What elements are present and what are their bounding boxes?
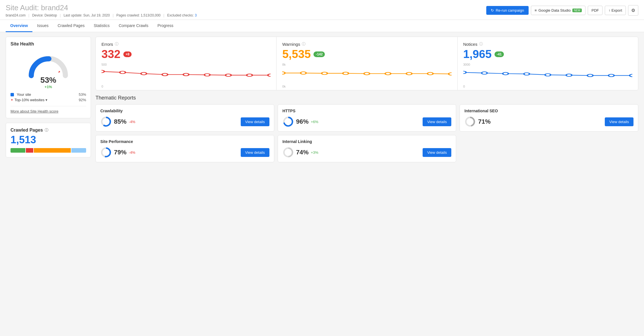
svg-point-5 xyxy=(183,73,189,76)
excluded-num-link[interactable]: 3 xyxy=(195,13,197,17)
svg-point-3 xyxy=(141,72,147,75)
gds-icon: ≡ xyxy=(535,8,537,13)
intl-seo-donut xyxy=(464,116,476,127)
warnings-label: Warnings ⓘ xyxy=(282,42,451,47)
crawled-pages-title: Crawled Pages ⓘ xyxy=(11,128,86,133)
legend-top10-label: Top-10% websites xyxy=(14,98,45,102)
new-badge: NEW xyxy=(572,9,582,12)
warnings-value: 5,535 -142 xyxy=(282,48,451,61)
crawled-count: 1,513 xyxy=(11,134,86,146)
svg-point-23 xyxy=(545,74,550,76)
pages-crawled-label: Pages crawled: 1,513/20,000 xyxy=(117,13,161,17)
warnings-chart: 8k 0k xyxy=(282,63,451,86)
bar-green xyxy=(11,148,25,153)
warnings-info-icon[interactable]: ⓘ xyxy=(302,42,306,47)
right-panel: Errors ⓘ 332 +8 500 xyxy=(95,37,638,162)
svg-point-17 xyxy=(427,72,433,75)
site-performance-donut xyxy=(100,147,112,158)
rerun-label: Re-run campaign xyxy=(496,8,524,13)
page-title: Site Audit: brand24 xyxy=(6,3,197,12)
svg-point-27 xyxy=(630,74,632,77)
svg-point-11 xyxy=(301,72,306,74)
errors-label: Errors ⓘ xyxy=(101,42,271,47)
warnings-badge: -142 xyxy=(313,51,325,57)
notices-label: Notices ⓘ xyxy=(463,42,632,47)
export-button[interactable]: ↑ Export xyxy=(605,6,626,15)
internal-linking-view-button[interactable]: View details xyxy=(423,148,451,157)
svg-point-2 xyxy=(120,71,125,74)
chevron-down-icon[interactable]: ▾ xyxy=(45,98,47,102)
notices-info-icon[interactable]: ⓘ xyxy=(479,42,483,47)
crawled-info-icon[interactable]: ⓘ xyxy=(45,128,48,133)
svg-point-6 xyxy=(204,74,210,76)
internal-linking-donut xyxy=(282,147,294,158)
legend-top10: ▼ Top-10% websites ▾ 92% xyxy=(11,98,86,102)
device-label: Device: Desktop xyxy=(32,13,57,17)
reports-grid: Crawlability 85% -4% xyxy=(95,104,638,162)
svg-point-14 xyxy=(364,72,370,75)
svg-point-25 xyxy=(587,74,593,77)
pdf-button[interactable]: PDF xyxy=(588,6,603,15)
tab-issues[interactable]: Issues xyxy=(32,20,53,32)
rerun-button[interactable]: ↻ Re-run campaign xyxy=(486,6,529,15)
crawled-pages-card: Crawled Pages ⓘ 1,513 xyxy=(6,123,91,157)
report-internal-linking: Internal Linking 74% +3% xyxy=(278,135,456,162)
notices-sparkline xyxy=(463,67,632,84)
errors-info-icon[interactable]: ⓘ xyxy=(115,42,119,47)
report-site-performance: Site Performance 79% -4% xyxy=(95,135,274,162)
https-view-button[interactable]: View details xyxy=(423,117,451,126)
crawlability-view-button[interactable]: View details xyxy=(241,117,269,126)
gauge-center: 53% +1% xyxy=(40,76,56,89)
legend-your-site-label: Your site xyxy=(17,92,31,97)
svg-point-4 xyxy=(162,73,168,76)
bar-blue xyxy=(71,148,86,153)
nav-tabs: Overview Issues Crawled Pages Statistics… xyxy=(0,20,644,32)
bar-orange xyxy=(34,148,71,153)
gds-label: Google Data Studio xyxy=(538,8,570,13)
tab-overview[interactable]: Overview xyxy=(6,20,32,32)
svg-point-24 xyxy=(566,74,572,76)
svg-point-15 xyxy=(385,72,391,75)
legend-dot-blue xyxy=(11,93,14,96)
svg-point-19 xyxy=(463,71,466,74)
export-icon: ↑ xyxy=(608,8,610,13)
svg-point-16 xyxy=(406,72,412,75)
gds-button[interactable]: ≡ Google Data Studio NEW xyxy=(531,6,585,15)
svg-point-7 xyxy=(226,74,231,76)
intl-seo-view-button[interactable]: View details xyxy=(605,117,633,126)
more-about-health-link[interactable]: More about Site Health score xyxy=(11,106,86,113)
report-intl-seo: International SEO 71% View details xyxy=(460,104,638,132)
header-actions: ↻ Re-run campaign ≡ Google Data Studio N… xyxy=(486,5,638,16)
site-performance-view-button[interactable]: View details xyxy=(241,148,269,157)
tab-progress[interactable]: Progress xyxy=(153,20,178,32)
crawled-bar xyxy=(11,148,86,153)
notices-badge: -41 xyxy=(495,51,504,57)
errors-chart: 500 0 xyxy=(101,63,271,86)
tab-crawled-pages[interactable]: Crawled Pages xyxy=(53,20,89,32)
title-area: Site Audit: brand24 brand24.com | Device… xyxy=(6,3,197,17)
red-arrow-icon: ▼ xyxy=(11,98,13,101)
settings-button[interactable]: ⚙ xyxy=(628,5,638,16)
svg-marker-0 xyxy=(58,71,60,73)
svg-point-12 xyxy=(322,72,327,75)
errors-block: Errors ⓘ 332 +8 500 xyxy=(96,37,277,90)
bar-red xyxy=(26,148,33,153)
tab-statistics[interactable]: Statistics xyxy=(89,20,114,32)
gauge-change: +1% xyxy=(40,85,56,89)
svg-point-20 xyxy=(481,72,487,74)
warnings-block: Warnings ⓘ 5,535 -142 8k xyxy=(277,37,457,90)
tab-compare-crawls[interactable]: Compare Crawls xyxy=(114,20,153,32)
thematic-reports-title: Thematic Reports xyxy=(95,95,638,101)
legend-your-pct: 53% xyxy=(79,92,86,97)
last-update-label: Last update: Sun, Jul 19, 2020 xyxy=(64,13,110,17)
errors-badge: +8 xyxy=(123,51,132,57)
errors-value: 332 +8 xyxy=(101,48,271,61)
metrics-row: Errors ⓘ 332 +8 500 xyxy=(95,37,638,90)
svg-point-1 xyxy=(101,70,104,73)
warnings-sparkline xyxy=(282,67,451,84)
top-header: Site Audit: brand24 brand24.com | Device… xyxy=(0,0,644,20)
notices-chart: 3000 0 xyxy=(463,63,632,86)
report-https: HTTPS 96% +6% View de xyxy=(278,104,456,132)
title-site: brand24 xyxy=(41,3,68,12)
gauge-container: 53% +1% xyxy=(11,50,86,89)
